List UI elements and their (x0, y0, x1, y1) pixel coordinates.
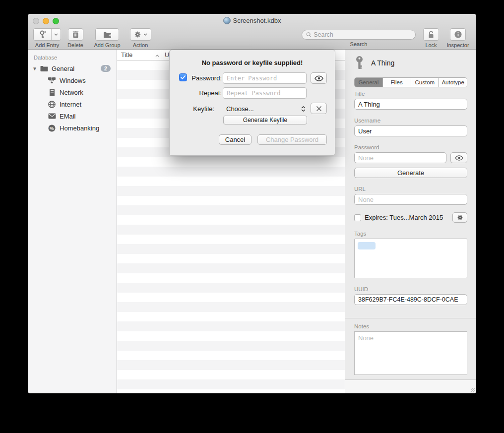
username-input[interactable] (354, 125, 467, 136)
add-entry-button[interactable] (33, 28, 61, 41)
percent-icon: % (48, 124, 56, 132)
chevron-down-icon (143, 33, 147, 36)
sidebar-item-general[interactable]: ▼ General 2 (28, 62, 117, 74)
sidebar-item-label: Homebanking (60, 124, 99, 132)
sidebar-item-windows[interactable]: Windows (28, 74, 117, 86)
sidebar-item-email[interactable]: EMail (28, 110, 117, 122)
window-title: Screenshot.kdbx (233, 17, 281, 24)
add-group-label: Add Group (94, 42, 120, 48)
count-badge: 2 (101, 65, 111, 72)
inspector-label: Inspector (446, 42, 469, 48)
expires-settings-button[interactable] (452, 212, 467, 223)
disclosure-triangle-icon[interactable]: ▼ (32, 66, 38, 71)
notes-textarea[interactable] (354, 331, 467, 375)
lock-button[interactable] (423, 28, 439, 41)
folder-icon (40, 64, 48, 73)
add-entry-toolbar-item: Add Entry (33, 28, 62, 48)
eye-icon (455, 155, 463, 161)
key-plus-icon[interactable] (34, 29, 52, 40)
search-field[interactable] (302, 30, 416, 40)
notes-field-label: Notes (354, 323, 467, 329)
app-window: Screenshot.kdbx Add Entry D (28, 14, 476, 393)
keyfile-popup-value: Choose... (226, 105, 254, 113)
sidebar-item-network[interactable]: Network (28, 86, 117, 98)
title-field-label: Title (354, 91, 467, 97)
sidebar-item-internet[interactable]: Internet (28, 98, 117, 110)
close-x-icon (316, 106, 322, 112)
url-input[interactable] (354, 194, 467, 205)
reveal-password-button[interactable] (450, 152, 467, 163)
inspector-header: A Thing (354, 56, 467, 70)
resize-grip[interactable] (471, 388, 475, 392)
password-field-label: Password (354, 144, 467, 150)
generate-password-button[interactable]: Generate (354, 168, 467, 178)
tab-autotype[interactable]: Autotype (439, 78, 467, 87)
inspector-divider (345, 318, 476, 318)
tags-field-label: Tags (354, 231, 467, 237)
globe-icon (48, 100, 56, 109)
inspector-footer (345, 379, 476, 393)
cancel-button[interactable]: Cancel (219, 134, 252, 145)
action-label: Action (133, 42, 148, 48)
gear-icon (134, 31, 141, 38)
column-username-label: U (165, 52, 169, 59)
entry-title: A Thing (371, 59, 394, 67)
eye-icon (315, 75, 323, 81)
action-toolbar-item: Action (129, 28, 152, 48)
titlebar[interactable]: Screenshot.kdbx (28, 14, 476, 27)
gear-icon (457, 214, 463, 221)
window-chrome: Screenshot.kdbx Add Entry D (28, 14, 476, 50)
expires-row: Expires: Tues...March 2015 (354, 212, 467, 223)
clear-keyfile-button[interactable] (311, 103, 327, 114)
search-input[interactable] (314, 31, 411, 38)
workgroup-icon (48, 76, 56, 85)
sidebar-item-label: General (52, 65, 74, 72)
password-input[interactable] (354, 152, 446, 163)
change-password-button[interactable]: Change Password (257, 134, 327, 145)
tab-files[interactable]: Files (383, 78, 411, 87)
dialog-keyfile-label: Keyfile: (181, 105, 214, 113)
expires-label: Expires: Tues...March 2015 (365, 214, 443, 221)
keyfile-stepper-icon[interactable] (301, 103, 306, 114)
generate-keyfile-button[interactable]: Generate Keyfile (223, 116, 307, 124)
document-icon (223, 17, 231, 24)
column-header-title[interactable]: Title (117, 50, 162, 60)
column-header-username[interactable]: U (162, 52, 169, 59)
lock-toolbar-item: Lock (423, 28, 440, 48)
sidebar: Database ▼ General 2 Windows Network (28, 50, 117, 393)
inspector-toolbar-item: Inspector (444, 28, 471, 48)
action-button[interactable] (130, 28, 151, 41)
add-group-button[interactable] (95, 28, 119, 41)
dialog-password-input[interactable] (223, 72, 307, 84)
tab-general[interactable]: General (355, 78, 383, 87)
sidebar-item-label: Internet (60, 101, 81, 108)
sidebar-item-label: Network (60, 89, 83, 96)
change-password-dialog: No password or keyfile supplied! Passwor… (169, 50, 335, 156)
password-checkbox[interactable] (179, 73, 187, 81)
lock-label: Lock (425, 42, 437, 48)
column-title-label: Title (121, 52, 132, 59)
title-input[interactable] (354, 99, 467, 110)
expires-checkbox[interactable] (354, 214, 361, 221)
dialog-reveal-password-button[interactable] (311, 72, 327, 84)
delete-label: Delete (67, 42, 83, 48)
delete-button[interactable] (68, 28, 83, 41)
toolbar: Add Entry Delete Add Group Action (28, 27, 476, 49)
window-title-area: Screenshot.kdbx (28, 17, 476, 24)
sort-ascending-icon (155, 52, 159, 59)
uuid-field-label: UUID (354, 286, 467, 292)
dialog-repeat-input[interactable] (223, 87, 307, 99)
tag-pill[interactable] (358, 242, 376, 249)
dialog-password-label: Password: (188, 74, 222, 82)
tab-custom[interactable]: Custom (411, 78, 440, 87)
sidebar-item-homebanking[interactable]: % Homebanking (28, 122, 117, 134)
lock-open-icon (428, 31, 435, 39)
inspector-button[interactable] (450, 28, 466, 41)
keyfile-popup[interactable]: Choose... (226, 103, 254, 114)
add-entry-dropdown-arrow-icon[interactable] (52, 29, 61, 40)
tags-box[interactable] (354, 239, 467, 278)
uuid-input[interactable] (354, 294, 467, 305)
inspector-tabs: General Files Custom Autotype (354, 77, 467, 87)
search-toolbar-item: Search (302, 28, 416, 47)
folder-plus-icon (103, 31, 112, 38)
